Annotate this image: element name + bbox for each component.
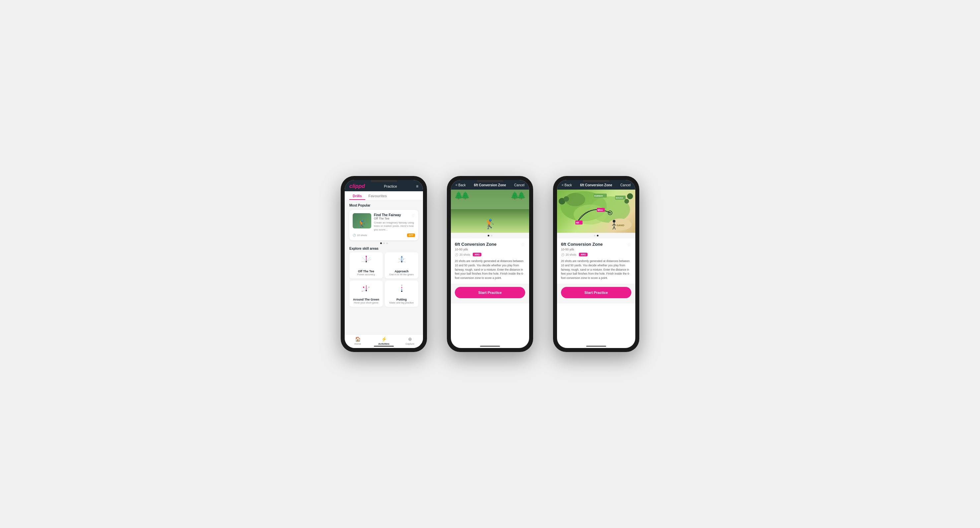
header-title: Practice	[384, 184, 397, 188]
img-dot3-2	[597, 235, 598, 236]
home-icon: 🏠	[355, 337, 361, 342]
skill-card-atg[interactable]: Around The Green Hone your short game	[349, 281, 383, 307]
phone2-bottom: Start Practice	[451, 284, 529, 303]
golfer-icon: 🏌️	[358, 220, 366, 228]
featured-drill-name: Find The Fairway	[374, 213, 401, 217]
phone3-cancel-button[interactable]: Cancel	[620, 183, 631, 187]
tree-left2-icon: 🌲	[461, 191, 470, 200]
tab-drills[interactable]: Drills	[349, 191, 365, 200]
drill-title: 6ft Conversion Zone	[455, 242, 496, 247]
phone-1: clippd Practice ≡ Drills Favourites Most…	[341, 176, 427, 352]
drill-star-icon[interactable]: ☆	[521, 242, 525, 247]
drill-desc: 20 shots are randomly generated at dista…	[455, 259, 525, 280]
approach-icon-area	[393, 255, 410, 268]
activities-icon: ⚡	[381, 337, 387, 342]
approach-skill-icon	[395, 256, 409, 268]
nav-capture-label: Capture	[406, 342, 414, 345]
svg-line-1	[362, 257, 366, 261]
tab-favourites[interactable]: Favourites	[365, 191, 390, 200]
nav-capture[interactable]: ⊕ Capture	[397, 337, 423, 345]
favourite-star-icon[interactable]: ☆	[411, 213, 415, 218]
putting-icon-area	[393, 283, 410, 297]
phone2-drill-info: 6ft Conversion Zone ☆ 10-50 yds 🕐 20 sho…	[451, 238, 529, 284]
atg-icon-area	[358, 283, 375, 297]
course-diagram-svg: SAND FAIRWAY ROUGH	[557, 190, 635, 233]
img-dot3-1	[594, 235, 595, 236]
golf-diagram: SAND FAIRWAY ROUGH	[557, 190, 635, 233]
nav-home[interactable]: 🏠 Home	[345, 337, 371, 345]
phone3-start-practice-button[interactable]: Start Practice	[561, 287, 631, 298]
clock2-icon: 🕐	[455, 253, 458, 256]
clock-icon: 🕐	[353, 234, 356, 237]
menu-icon[interactable]: ≡	[416, 184, 418, 188]
most-popular-label: Most Popular	[349, 204, 418, 207]
phone-2-screen: < Back 6ft Conversion Zone Cancel 🌲 🌲 🌲 …	[451, 180, 529, 348]
atg-skill-name: Around The Green	[353, 298, 379, 301]
svg-line-3	[362, 261, 366, 262]
svg-point-25	[401, 285, 402, 286]
img-dot-1	[488, 235, 489, 236]
svg-point-38	[627, 193, 633, 199]
svg-point-37	[564, 196, 569, 202]
svg-point-22	[362, 290, 363, 292]
svg-text:Hit: Hit	[576, 222, 579, 224]
putting-skill-desc: Make and lag practice	[390, 301, 414, 304]
svg-point-26	[401, 287, 402, 288]
skill-card-ott[interactable]: Off The Tee Power accuracy	[349, 252, 383, 279]
img-dot-2	[491, 235, 492, 236]
image-carousel-dots	[451, 233, 529, 238]
phone1-content: Most Popular 🏌️ Find The Fairway Off The…	[345, 200, 423, 334]
start-practice-button[interactable]: Start Practice	[455, 287, 525, 298]
phone3-drill-title-row: 6ft Conversion Zone ☆	[561, 242, 631, 247]
skill-card-approach[interactable]: Approach Dial-in to hit the green	[385, 252, 418, 279]
phone-3-screen: < Back 6ft Conversion Zone Cancel SAND	[557, 180, 635, 348]
phone3-drill-info: 6ft Conversion Zone ☆ 10-50 yds 🕐 20 sho…	[557, 238, 635, 284]
phone3-arg-badge: ARG	[579, 253, 587, 256]
svg-point-48	[613, 220, 616, 222]
dot-3	[386, 242, 388, 244]
drill-title-row: 6ft Conversion Zone ☆	[455, 242, 525, 247]
svg-point-21	[368, 287, 369, 288]
explore-label: Explore skill areas	[349, 247, 418, 250]
featured-info: Find The Fairway Off The Tee ☆ Create an…	[374, 213, 415, 231]
arg-badge: ARG	[473, 253, 481, 256]
drill-shots: 🕐 20 shots	[455, 253, 470, 256]
phone3-drill-title: 6ft Conversion Zone	[561, 242, 603, 247]
ott-icon-area	[358, 255, 375, 268]
skill-card-putting[interactable]: Putting Make and lag practice	[385, 281, 418, 307]
ott-skill-desc: Power accuracy	[357, 273, 375, 276]
phone-1-screen: clippd Practice ≡ Drills Favourites Most…	[345, 180, 423, 348]
back-button[interactable]: < Back	[455, 183, 466, 187]
phone1-header: clippd Practice ≡	[345, 180, 423, 191]
tree-right2-icon: 🌲	[510, 191, 519, 200]
phone2-header: < Back 6ft Conversion Zone Cancel	[451, 180, 529, 190]
phone3-header: < Back 6ft Conversion Zone Cancel	[557, 180, 635, 190]
atg-skill-desc: Hone your short game	[354, 301, 378, 304]
phone-3: < Back 6ft Conversion Zone Cancel SAND	[553, 176, 639, 352]
featured-drill-sub: Off The Tee	[374, 217, 401, 220]
ott-skill-name: Off The Tee	[358, 270, 374, 273]
phone3-back-button[interactable]: < Back	[562, 183, 572, 187]
golfer-photo-icon: 🏌️	[484, 219, 496, 230]
featured-drill-desc: Create an imaginary fairway using trees …	[374, 221, 415, 231]
svg-text:ROUGH: ROUGH	[616, 197, 623, 199]
svg-point-6	[366, 256, 367, 257]
phone3-drill-desc: 20 shots are randomly generated at dista…	[561, 259, 631, 280]
approach-skill-desc: Dial-in to hit the green	[390, 273, 414, 276]
nav-activities[interactable]: ⚡ Activities	[371, 337, 397, 345]
phone-2: < Back 6ft Conversion Zone Cancel 🌲 🌲 🌲 …	[447, 176, 533, 352]
skill-grid: Off The Tee Power accuracy	[349, 252, 418, 307]
svg-text:FAIRWAY: FAIRWAY	[594, 195, 603, 197]
svg-text:SAND: SAND	[617, 224, 624, 227]
svg-point-27	[401, 289, 402, 290]
approach-skill-name: Approach	[395, 270, 408, 273]
phone3-drill-shots: 🕐 20 shots	[561, 253, 576, 256]
cancel-button[interactable]: Cancel	[514, 183, 525, 187]
golf-photo: 🌲 🌲 🌲 🌲 🏌️	[451, 190, 529, 233]
svg-point-20	[363, 287, 364, 288]
featured-footer: 🕐 10 shots OTT	[353, 233, 415, 237]
atg-skill-icon	[359, 284, 374, 296]
featured-drill-card[interactable]: 🏌️ Find The Fairway Off The Tee ☆ Create…	[349, 210, 418, 241]
phone3-drill-star-icon[interactable]: ☆	[627, 242, 631, 247]
tabs-bar: Drills Favourites	[345, 191, 423, 200]
